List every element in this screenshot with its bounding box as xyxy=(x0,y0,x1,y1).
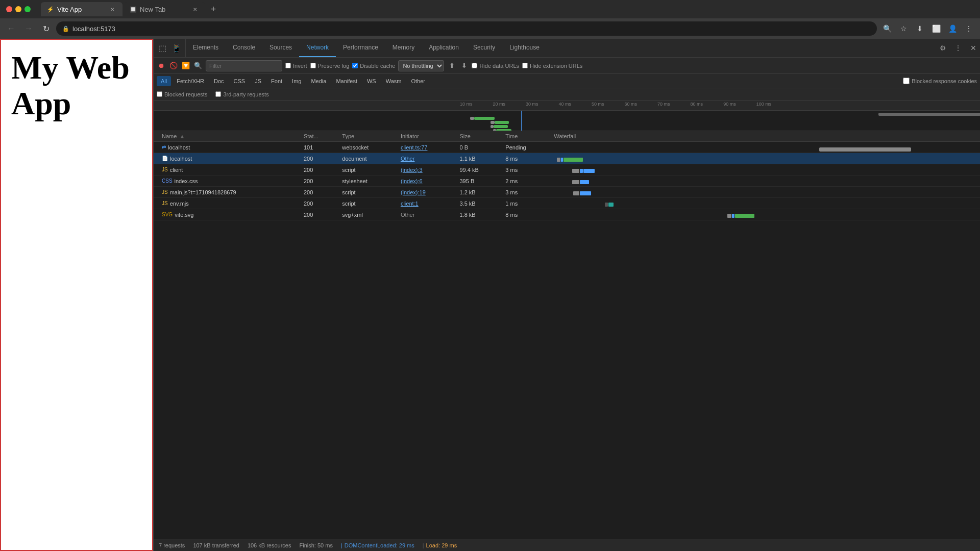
table-row[interactable]: JS main.js?t=1710941828679 200 script (i… xyxy=(154,187,980,198)
table-row[interactable]: 📄 localhost 200 document Other 1.1 kB 8 … xyxy=(154,153,980,164)
table-row[interactable]: SVG vite.svg 200 svg+xml Other 1.8 kB 8 … xyxy=(154,209,980,220)
wf-marker-line xyxy=(521,111,522,131)
import-har-icon[interactable]: ⬆ xyxy=(447,61,456,70)
network-toolbar: ⏺ 🚫 🔽 🔍 Invert Preserve log Disable cach… xyxy=(154,58,980,74)
chip-font[interactable]: Font xyxy=(267,76,286,86)
chip-other[interactable]: Other xyxy=(407,76,429,86)
third-party-label[interactable]: 3rd-party requests xyxy=(215,91,268,97)
row-initiator-client[interactable]: (index):3 xyxy=(401,167,423,173)
table-row[interactable]: JS env.mjs 200 script client:1 3.5 kB 1 … xyxy=(154,198,980,209)
col-waterfall[interactable]: Waterfall xyxy=(550,131,980,142)
third-party-checkbox[interactable] xyxy=(215,91,221,97)
row-size-mainjs: 1.2 kB xyxy=(455,187,501,198)
js-icon-env: JS xyxy=(162,201,168,206)
clear-button[interactable]: 🚫 xyxy=(169,61,178,70)
invert-checkbox-label[interactable]: Invert xyxy=(285,63,307,69)
row-initiator-doc[interactable]: Other xyxy=(401,156,415,162)
chip-wasm[interactable]: Wasm xyxy=(382,76,406,86)
row-initiator-css[interactable]: (index):6 xyxy=(401,178,423,184)
chip-css[interactable]: CSS xyxy=(230,76,250,86)
profile-icon[interactable]: 👤 xyxy=(945,21,960,36)
col-size[interactable]: Size xyxy=(455,131,501,142)
filter-input[interactable] xyxy=(206,60,282,71)
tab-network[interactable]: Network xyxy=(299,39,336,57)
tab-close-vite[interactable]: ✕ xyxy=(108,5,116,13)
chip-fetch-xhr[interactable]: Fetch/XHR xyxy=(173,76,208,86)
filter-icon[interactable]: 🔽 xyxy=(181,61,190,70)
chip-ws[interactable]: WS xyxy=(363,76,380,86)
throttle-select[interactable]: No throttling Fast 3G Slow 3G Offline xyxy=(398,60,444,71)
hide-data-urls-label[interactable]: Hide data URLs xyxy=(472,63,519,69)
tab-security[interactable]: Security xyxy=(466,39,502,57)
tab-elements[interactable]: Elements xyxy=(186,39,226,57)
export-har-icon[interactable]: ⬇ xyxy=(459,61,469,70)
forward-button[interactable]: → xyxy=(21,21,36,36)
search-network-icon[interactable]: 🔍 xyxy=(193,61,203,70)
hide-ext-urls-label[interactable]: Hide extension URLs xyxy=(522,63,582,69)
close-button[interactable] xyxy=(6,6,12,12)
row-initiator-mainjs[interactable]: (index):19 xyxy=(401,189,426,195)
row-initiator-envmjs[interactable]: client:1 xyxy=(401,201,419,207)
col-time[interactable]: Time xyxy=(501,131,550,142)
blocked-requests-checkbox[interactable] xyxy=(157,91,162,97)
tick-70ms: 70 ms xyxy=(657,101,691,107)
search-icon[interactable]: 🔍 xyxy=(880,21,894,36)
reload-button[interactable]: ↻ xyxy=(39,21,53,36)
hide-ext-urls-text: Hide extension URLs xyxy=(530,63,582,69)
col-status[interactable]: Stat... xyxy=(300,131,338,142)
disable-cache-checkbox-label[interactable]: Disable cache xyxy=(352,63,395,69)
record-button[interactable]: ⏺ xyxy=(157,61,166,70)
maximize-button[interactable] xyxy=(24,6,31,12)
table-row[interactable]: ⇄ localhost 101 websocket client.ts:77 0… xyxy=(154,142,980,153)
address-bar[interactable]: 🔒 localhost:5173 xyxy=(56,21,877,36)
tab-application[interactable]: Application xyxy=(422,39,466,57)
tab-vite-app[interactable]: ⚡ Vite App ✕ xyxy=(41,2,122,16)
blocked-cookies-label[interactable]: Blocked response cookies xyxy=(903,78,977,84)
chip-manifest[interactable]: Manifest xyxy=(332,76,361,86)
extensions-icon[interactable]: ⬜ xyxy=(929,21,943,36)
devtools-more-icon[interactable]: ⋮ xyxy=(951,41,965,55)
tab-console[interactable]: Console xyxy=(226,39,262,57)
devtools-settings-icon[interactable]: ⚙ xyxy=(936,41,949,55)
new-tab-button[interactable]: + xyxy=(206,2,220,16)
ws-icon: ⇄ xyxy=(162,144,166,150)
bookmark-icon[interactable]: ☆ xyxy=(896,21,911,36)
chip-doc[interactable]: Doc xyxy=(210,76,228,86)
chip-all[interactable]: All xyxy=(157,76,171,86)
tab-memory[interactable]: Memory xyxy=(385,39,422,57)
hide-data-urls-checkbox[interactable] xyxy=(472,63,477,68)
tab-lighthouse[interactable]: Lighthouse xyxy=(502,39,547,57)
status-load: | Load: 29 ms xyxy=(423,542,457,548)
col-type[interactable]: Type xyxy=(338,131,397,142)
download-icon[interactable]: ⬇ xyxy=(913,21,927,36)
hide-ext-urls-checkbox[interactable] xyxy=(522,63,528,68)
chip-media[interactable]: Media xyxy=(307,76,330,86)
tab-bar: ⚡ Vite App ✕ 🔲 New Tab ✕ + xyxy=(37,0,980,18)
tab-performance[interactable]: Performance xyxy=(336,39,385,57)
wf-recv-client xyxy=(583,169,595,173)
preserve-log-checkbox[interactable] xyxy=(310,63,316,68)
col-initiator[interactable]: Initiator xyxy=(397,131,456,142)
invert-checkbox[interactable] xyxy=(285,63,291,68)
table-row[interactable]: JS client 200 script (index):3 99.4 kB 3… xyxy=(154,164,980,176)
tab-new-tab[interactable]: 🔲 New Tab ✕ xyxy=(124,2,205,16)
network-table[interactable]: Name ▲ Stat... Type Initiator Size Time … xyxy=(154,131,980,539)
table-row[interactable]: CSS index.css 200 stylesheet (index):6 3… xyxy=(154,176,980,187)
tab-sources[interactable]: Sources xyxy=(262,39,299,57)
back-button[interactable]: ← xyxy=(4,21,18,36)
minimize-button[interactable] xyxy=(15,6,21,12)
blocked-requests-label[interactable]: Blocked requests xyxy=(157,91,207,97)
menu-icon[interactable]: ⋮ xyxy=(962,21,976,36)
blocked-cookies-checkbox[interactable] xyxy=(903,78,910,84)
devtools-inspect-icon[interactable]: ⬚ xyxy=(156,41,169,55)
disable-cache-checkbox[interactable] xyxy=(352,63,358,68)
row-time-mainjs: 3 ms xyxy=(501,187,550,198)
chip-img[interactable]: Img xyxy=(288,76,305,86)
devtools-device-icon[interactable]: 📱 xyxy=(170,41,183,55)
preserve-log-checkbox-label[interactable]: Preserve log xyxy=(310,63,350,69)
devtools-close-icon[interactable]: ✕ xyxy=(967,41,980,55)
chip-js[interactable]: JS xyxy=(251,76,265,86)
row-initiator-ws[interactable]: client.ts:77 xyxy=(401,144,428,151)
tab-close-newtab[interactable]: ✕ xyxy=(191,5,199,13)
col-name[interactable]: Name ▲ xyxy=(154,131,300,142)
